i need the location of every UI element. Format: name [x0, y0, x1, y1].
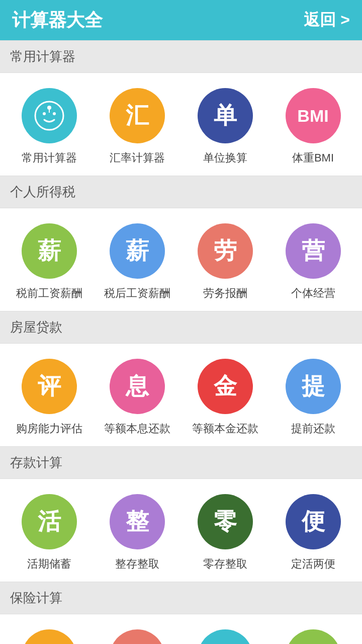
grid-item-equal-principal[interactable]: 金等额本金还款 [181, 359, 269, 436]
icon-work-injury: 伤 [110, 629, 165, 644]
grid-item-equal-payment[interactable]: 息等额本息还款 [93, 359, 181, 436]
svg-point-1 [43, 112, 46, 115]
svg-point-3 [47, 106, 51, 110]
icon-lump-sum: 整 [110, 494, 165, 549]
icon-label-afford: 购房能力评估 [16, 421, 82, 436]
grid-item-pension-basic[interactable]: 老基本养老保险 [181, 629, 269, 644]
app-title: 计算器大全 [12, 8, 103, 33]
icon-pre-tax: 薪 [22, 223, 77, 279]
icon-label-flex-fixed: 定活两便 [291, 556, 335, 572]
section-header-personal-tax: 个人所得税 [0, 176, 362, 208]
icon-medical: 医 [22, 629, 77, 644]
icon-labor: 劳 [198, 223, 253, 279]
icon-label-lump-sum: 整存整取 [115, 556, 159, 572]
grid-item-demand[interactable]: 活活期储蓄 [5, 494, 93, 572]
grid-row-savings: 活活期储蓄整整存整取零零存整取便定活两便 [0, 479, 362, 582]
icon-bmi: BMI [286, 88, 341, 143]
icon-label-self-employ: 个体经营 [291, 286, 335, 301]
icon-exchange-rate: 汇 [110, 88, 165, 143]
icon-label-early-repay: 提前还款 [291, 421, 335, 436]
back-button[interactable]: 返回 > [304, 9, 350, 31]
icon-label-labor: 劳务报酬 [203, 286, 247, 301]
grid-item-pre-tax[interactable]: 薪税前工资薪酬 [5, 223, 93, 301]
grid-row-mortgage: 评购房能力评估息等额本息还款金等额本金还款提提前还款 [0, 344, 362, 446]
icon-post-tax: 薪 [110, 223, 165, 279]
grid-item-early-repay[interactable]: 提提前还款 [269, 359, 357, 436]
icon-label-pre-tax: 税前工资薪酬 [16, 286, 82, 301]
icon-flex-fixed: 便 [286, 494, 341, 549]
icon-demand: 活 [22, 494, 77, 549]
section-header-savings: 存款计算 [0, 446, 362, 479]
icon-label-bmi: 体重BMI [292, 150, 334, 166]
icon-label-demand: 活期储蓄 [27, 556, 71, 572]
section-header-insurance: 保险计算 [0, 582, 362, 614]
grid-item-incremental[interactable]: 零零存整取 [181, 494, 269, 572]
icon-retirement: 退 [286, 629, 341, 644]
icon-label-post-tax: 税后工资薪酬 [104, 286, 170, 301]
icon-unit-convert: 单 [198, 88, 253, 143]
icon-equal-principal: 金 [198, 359, 253, 414]
icon-label-equal-payment: 等额本息还款 [104, 421, 170, 436]
icon-afford: 评 [22, 359, 77, 414]
grid-item-retirement[interactable]: 退退休养老保险 [269, 629, 357, 644]
header: 计算器大全 返回 > [0, 0, 362, 40]
grid-item-medical[interactable]: 医基本医疗保险 [5, 629, 93, 644]
icon-label-equal-principal: 等额本金还款 [192, 421, 258, 436]
icon-label-incremental: 零存整取 [203, 556, 247, 572]
icon-common-calc [22, 88, 77, 143]
icon-equal-payment: 息 [110, 359, 165, 414]
section-header-common: 常用计算器 [0, 40, 362, 73]
icon-early-repay: 提 [286, 359, 341, 414]
section-header-mortgage: 房屋贷款 [0, 311, 362, 344]
grid-item-work-injury[interactable]: 伤工伤保险 [93, 629, 181, 644]
icon-self-employ: 营 [286, 223, 341, 279]
grid-item-bmi[interactable]: BMI体重BMI [269, 88, 357, 166]
icon-pension-basic: 老 [198, 629, 253, 644]
grid-item-exchange-rate[interactable]: 汇汇率计算器 [93, 88, 181, 166]
grid-row-common: 常用计算器汇汇率计算器单单位换算BMI体重BMI [0, 73, 362, 176]
icon-label-common-calc: 常用计算器 [22, 150, 77, 166]
grid-item-common-calc[interactable]: 常用计算器 [5, 88, 93, 166]
grid-item-self-employ[interactable]: 营个体经营 [269, 223, 357, 301]
grid-row-insurance: 医基本医疗保险伤工伤保险老基本养老保险退退休养老保险 [0, 614, 362, 644]
icon-incremental: 零 [198, 494, 253, 549]
grid-item-flex-fixed[interactable]: 便定活两便 [269, 494, 357, 572]
grid-item-post-tax[interactable]: 薪税后工资薪酬 [93, 223, 181, 301]
grid-item-unit-convert[interactable]: 单单位换算 [181, 88, 269, 166]
icon-label-exchange-rate: 汇率计算器 [110, 150, 165, 166]
grid-item-lump-sum[interactable]: 整整存整取 [93, 494, 181, 572]
icon-label-unit-convert: 单位换算 [203, 150, 247, 166]
grid-item-labor[interactable]: 劳劳务报酬 [181, 223, 269, 301]
grid-row-personal-tax: 薪税前工资薪酬薪税后工资薪酬劳劳务报酬营个体经营 [0, 208, 362, 311]
grid-item-afford[interactable]: 评购房能力评估 [5, 359, 93, 436]
svg-point-2 [53, 112, 56, 115]
